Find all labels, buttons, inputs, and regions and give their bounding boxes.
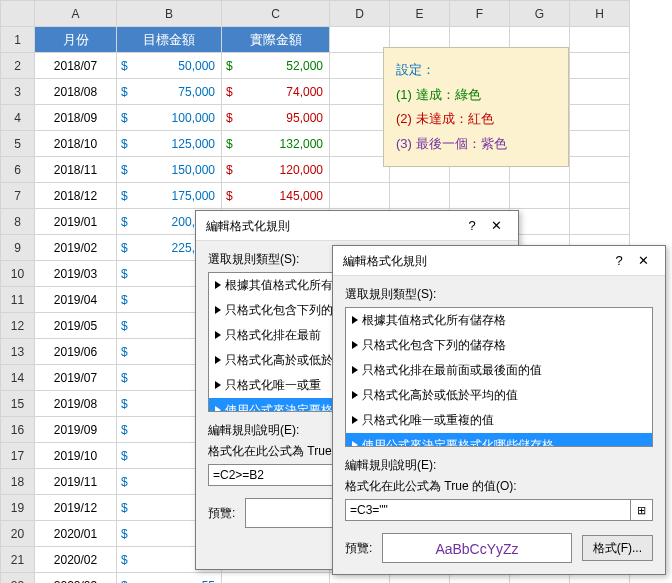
- cell[interactable]: [330, 79, 390, 105]
- col-header-E[interactable]: E: [390, 1, 450, 27]
- cell[interactable]: [570, 157, 630, 183]
- cell[interactable]: [330, 131, 390, 157]
- row-header[interactable]: 13: [1, 339, 35, 365]
- row-header[interactable]: 21: [1, 547, 35, 573]
- row-header[interactable]: 4: [1, 105, 35, 131]
- help-button[interactable]: ?: [607, 246, 631, 276]
- cell-month[interactable]: 2018/07: [35, 53, 117, 79]
- cell-month[interactable]: 2019/05: [35, 313, 117, 339]
- close-button[interactable]: ✕: [484, 211, 508, 241]
- rule-option[interactable]: 只格式化包含下列的儲存格: [346, 333, 652, 358]
- col-header-C[interactable]: C: [222, 1, 330, 27]
- cell-actual[interactable]: [222, 573, 330, 584]
- row-header[interactable]: 3: [1, 79, 35, 105]
- cell[interactable]: [570, 105, 630, 131]
- cell-month[interactable]: 2018/09: [35, 105, 117, 131]
- cell[interactable]: [570, 79, 630, 105]
- col-header-H[interactable]: H: [570, 1, 630, 27]
- cell[interactable]: [570, 27, 630, 53]
- formula-input[interactable]: [345, 499, 631, 521]
- row-header[interactable]: 8: [1, 209, 35, 235]
- row-header[interactable]: 20: [1, 521, 35, 547]
- cell-month[interactable]: 2019/11: [35, 469, 117, 495]
- format-button[interactable]: 格式(F)...: [582, 535, 653, 561]
- row-header[interactable]: 6: [1, 157, 35, 183]
- row-header[interactable]: 5: [1, 131, 35, 157]
- cell[interactable]: [570, 53, 630, 79]
- cell[interactable]: [570, 131, 630, 157]
- cell-target[interactable]: $150,000: [117, 157, 222, 183]
- row-header[interactable]: 15: [1, 391, 35, 417]
- cell-actual[interactable]: $95,000: [222, 105, 330, 131]
- cell[interactable]: [330, 27, 390, 53]
- cell-target[interactable]: $125,000: [117, 131, 222, 157]
- cell-month[interactable]: 2019/03: [35, 261, 117, 287]
- row-header[interactable]: 9: [1, 235, 35, 261]
- cell-month[interactable]: 2020/03: [35, 573, 117, 584]
- header-target[interactable]: 目標金額: [117, 27, 222, 53]
- rule-type-list[interactable]: 根據其值格式化所有儲存格 只格式化包含下列的儲存格 只格式化排在最前面或最後面的…: [345, 307, 653, 447]
- cell-actual[interactable]: $132,000: [222, 131, 330, 157]
- cell[interactable]: [330, 183, 390, 209]
- row-header[interactable]: 22: [1, 573, 35, 584]
- cell[interactable]: [570, 209, 630, 235]
- col-header-A[interactable]: A: [35, 1, 117, 27]
- col-header-B[interactable]: B: [117, 1, 222, 27]
- cell-month[interactable]: 2018/11: [35, 157, 117, 183]
- row-header[interactable]: 1: [1, 27, 35, 53]
- header-month[interactable]: 月份: [35, 27, 117, 53]
- dialog-titlebar[interactable]: 編輯格式化規則 ? ✕: [333, 246, 665, 276]
- help-button[interactable]: ?: [460, 211, 484, 241]
- dialog-titlebar[interactable]: 編輯格式化規則 ? ✕: [196, 211, 518, 241]
- rule-option[interactable]: 只格式化唯一或重複的值: [346, 408, 652, 433]
- range-picker-icon[interactable]: ⊞: [631, 499, 653, 521]
- rule-option[interactable]: 只格式化高於或低於平均的值: [346, 383, 652, 408]
- rule-option[interactable]: 根據其值格式化所有儲存格: [346, 308, 652, 333]
- rule-option[interactable]: 只格式化排在最前面或最後面的值: [346, 358, 652, 383]
- cell-month[interactable]: 2019/08: [35, 391, 117, 417]
- cell-month[interactable]: 2018/12: [35, 183, 117, 209]
- cell-month[interactable]: 2019/10: [35, 443, 117, 469]
- cell-month[interactable]: 2020/02: [35, 547, 117, 573]
- cell-month[interactable]: 2018/08: [35, 79, 117, 105]
- cell-month[interactable]: 2019/01: [35, 209, 117, 235]
- rule-option-selected[interactable]: 使用公式來決定要格式化哪些儲存格: [346, 433, 652, 447]
- cell-month[interactable]: 2020/01: [35, 521, 117, 547]
- cell-target[interactable]: $55: [117, 573, 222, 584]
- cell[interactable]: [570, 183, 630, 209]
- cell[interactable]: [330, 105, 390, 131]
- cell[interactable]: [330, 53, 390, 79]
- row-header[interactable]: 17: [1, 443, 35, 469]
- row-header[interactable]: 19: [1, 495, 35, 521]
- cell-target[interactable]: $175,000: [117, 183, 222, 209]
- col-header-F[interactable]: F: [450, 1, 510, 27]
- close-button[interactable]: ✕: [631, 246, 655, 276]
- row-header[interactable]: 16: [1, 417, 35, 443]
- cell-target[interactable]: $50,000: [117, 53, 222, 79]
- row-header[interactable]: 14: [1, 365, 35, 391]
- row-header[interactable]: 10: [1, 261, 35, 287]
- cell[interactable]: [450, 183, 510, 209]
- cell[interactable]: [510, 183, 570, 209]
- cell-month[interactable]: 2019/02: [35, 235, 117, 261]
- row-header[interactable]: 18: [1, 469, 35, 495]
- row-header[interactable]: 12: [1, 313, 35, 339]
- cell-month[interactable]: 2019/12: [35, 495, 117, 521]
- cell-month[interactable]: 2019/06: [35, 339, 117, 365]
- cell-month[interactable]: 2019/07: [35, 365, 117, 391]
- cell-month[interactable]: 2018/10: [35, 131, 117, 157]
- row-header[interactable]: 2: [1, 53, 35, 79]
- cell-actual[interactable]: $120,000: [222, 157, 330, 183]
- cell[interactable]: [330, 157, 390, 183]
- corner-cell[interactable]: [1, 1, 35, 27]
- cell-target[interactable]: $75,000: [117, 79, 222, 105]
- header-actual[interactable]: 實際金額: [222, 27, 330, 53]
- cell-actual[interactable]: $52,000: [222, 53, 330, 79]
- cell-actual[interactable]: $74,000: [222, 79, 330, 105]
- cell-target[interactable]: $100,000: [117, 105, 222, 131]
- cell-month[interactable]: 2019/09: [35, 417, 117, 443]
- col-header-D[interactable]: D: [330, 1, 390, 27]
- cell[interactable]: [390, 183, 450, 209]
- row-header[interactable]: 11: [1, 287, 35, 313]
- cell-actual[interactable]: $145,000: [222, 183, 330, 209]
